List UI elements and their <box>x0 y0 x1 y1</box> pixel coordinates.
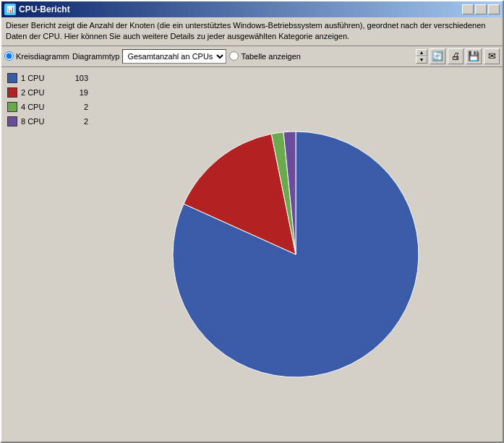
legend-count: 19 <box>74 88 88 97</box>
legend-item: 4 CPU 2 <box>7 102 88 112</box>
main-content: 1 CPU 103 2 CPU 19 4 CPU 2 8 CPU 2 <box>1 67 503 442</box>
legend-count: 2 <box>74 103 88 111</box>
diagrammtyp-select[interactable]: Gesamtanzahl an CPUs <box>122 49 226 64</box>
refresh-button[interactable]: 🔄 <box>430 48 445 64</box>
scroll-up-button[interactable]: ▲ <box>416 49 427 56</box>
radio-tabelle[interactable] <box>229 51 239 61</box>
legend-color-box <box>7 102 17 112</box>
legend-item: 8 CPU 2 <box>7 116 88 126</box>
radio-tabelle-label[interactable]: Tabelle anzeigen <box>241 52 301 61</box>
pie-chart <box>166 124 426 384</box>
toolbar-right: ▲ ▼ 🔄 🖨 💾 ✉ <box>416 48 500 64</box>
legend-label: 2 CPU <box>21 88 70 97</box>
main-window: 📊 CPU-Bericht Dieser Bericht zeigt die A… <box>0 0 504 443</box>
save-button[interactable]: 💾 <box>466 48 482 64</box>
radio-group-2: Tabelle anzeigen <box>229 51 301 61</box>
email-button[interactable]: ✉ <box>484 48 500 64</box>
legend-label: 4 CPU <box>21 103 70 111</box>
chart-legend: 1 CPU 103 2 CPU 19 4 CPU 2 8 CPU 2 <box>4 70 91 439</box>
scroll-down-button[interactable]: ▼ <box>416 56 427 64</box>
legend-count: 103 <box>74 74 88 82</box>
radio-kreisdiagramm-label[interactable]: Kreisdiagramm <box>16 52 69 61</box>
legend-item: 1 CPU 103 <box>7 73 88 83</box>
toolbar: Kreisdiagramm Diagrammtyp Gesamtanzahl a… <box>1 46 503 67</box>
legend-color-box <box>7 116 17 126</box>
close-button[interactable] <box>488 4 500 14</box>
print-button[interactable]: 🖨 <box>448 48 464 64</box>
legend-color-box <box>7 73 17 83</box>
description-text: Dieser Bericht zeigt die Anzahl der Knot… <box>1 17 503 46</box>
legend-label: 1 CPU <box>21 74 70 82</box>
title-bar-left: 📊 CPU-Bericht <box>4 4 70 15</box>
minimize-button[interactable] <box>462 4 474 14</box>
legend-count: 2 <box>74 117 88 126</box>
scroll-control: ▲ ▼ <box>416 49 427 64</box>
title-bar: 📊 CPU-Bericht <box>1 1 503 17</box>
legend-color-box <box>7 87 17 98</box>
window-title: CPU-Bericht <box>19 4 70 14</box>
legend-label: 8 CPU <box>21 117 70 126</box>
chart-area <box>91 70 500 439</box>
radio-kreisdiagramm[interactable] <box>4 51 14 61</box>
description-content: Dieser Bericht zeigt die Anzahl der Knot… <box>6 21 485 40</box>
title-bar-buttons <box>462 4 500 14</box>
maximize-button[interactable] <box>475 4 487 14</box>
diagrammtyp-label: Diagrammtyp <box>72 52 119 61</box>
window-icon: 📊 <box>4 4 16 15</box>
radio-group-1: Kreisdiagramm <box>4 51 69 61</box>
legend-item: 2 CPU 19 <box>7 87 88 98</box>
